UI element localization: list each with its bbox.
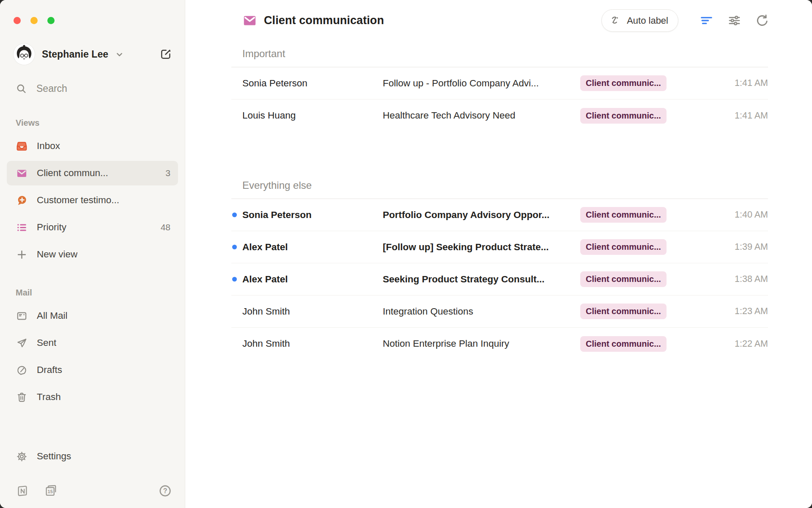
sidebar-item-drafts[interactable]: Drafts: [7, 358, 178, 382]
unread-dot: [232, 277, 237, 282]
envelope-icon: [242, 13, 257, 28]
plus-icon: [16, 249, 27, 260]
sidebar-item-label: Client commun...: [37, 168, 108, 179]
notion-logo-icon[interactable]: [16, 484, 29, 497]
minimize-window-button[interactable]: [30, 17, 38, 24]
label-chip: Client communic...: [580, 239, 667, 255]
mail-section-label: Mail: [7, 288, 178, 298]
unread-dot: [232, 213, 237, 217]
window-controls: [7, 0, 178, 24]
email-row[interactable]: Alex Patel [Follow up] Seeking Product S…: [231, 231, 768, 263]
email-sender: John Smith: [242, 338, 383, 349]
email-time: 1:40 AM: [683, 210, 768, 220]
label-chip: Client communic...: [580, 207, 667, 223]
email-sender: Alex Patel: [242, 242, 383, 253]
search-label: Search: [36, 83, 67, 94]
label-chip: Client communic...: [580, 271, 667, 287]
email-subject: [Follow up] Seeking Product Strate...: [383, 242, 580, 253]
display-settings-sliders-icon[interactable]: [727, 13, 742, 28]
close-window-button[interactable]: [14, 17, 21, 24]
header-actions: Auto label: [601, 9, 770, 32]
sidebar-item-label: Trash: [37, 392, 61, 403]
email-subject: Seeking Product Strategy Consult...: [383, 274, 580, 285]
label-chip: Client communic...: [580, 336, 667, 352]
email-subject: Portfolio Company Advisory Oppor...: [383, 210, 580, 221]
email-sender: Sonia Peterson: [242, 78, 383, 89]
sidebar: Stephanie Lee Search Views: [0, 0, 185, 508]
email-row[interactable]: Louis Huang Healthcare Tech Advisory Nee…: [231, 99, 768, 132]
main-content: Client communication Auto label: [185, 0, 812, 508]
refresh-icon[interactable]: [754, 13, 770, 28]
trash-icon: [16, 392, 27, 403]
auto-label-text: Auto label: [627, 15, 668, 26]
email-row[interactable]: Sonia Peterson Follow up - Portfolio Com…: [231, 67, 768, 99]
svg-text:15: 15: [48, 489, 53, 494]
sidebar-item-label: Priority: [37, 222, 66, 233]
envelope-icon: [16, 168, 27, 179]
zoom-window-button[interactable]: [47, 17, 55, 24]
section-title: Everything else: [242, 173, 768, 191]
label-chip: Client communic...: [580, 304, 667, 319]
email-time: 1:39 AM: [683, 242, 768, 252]
email-subject: Notion Enterprise Plan Inquiry: [383, 338, 580, 349]
sidebar-item-settings[interactable]: Settings: [7, 444, 178, 469]
email-time: 1:41 AM: [683, 78, 768, 88]
sidebar-footer: 15 ?: [7, 471, 178, 500]
email-time: 1:41 AM: [683, 110, 768, 121]
sidebar-item-inbox[interactable]: Inbox: [7, 134, 178, 158]
label-chip: Client communic...: [580, 108, 667, 124]
email-subject: Follow up - Portfolio Company Advi...: [383, 78, 580, 89]
sidebar-item-label: Settings: [37, 451, 71, 462]
sidebar-item-count: 48: [161, 222, 170, 232]
email-time: 1:22 AM: [683, 339, 768, 349]
compose-icon[interactable]: [159, 48, 172, 61]
sidebar-item-label: New view: [37, 249, 77, 260]
sidebar-item-priority[interactable]: Priority 48: [7, 215, 178, 240]
sidebar-item-customer-testimonials[interactable]: Customer testimo...: [7, 188, 178, 213]
main-header: Client communication Auto label: [185, 0, 812, 41]
email-row[interactable]: Alex Patel Seeking Product Strategy Cons…: [231, 263, 768, 295]
section-important: Important Sonia Peterson Follow up - Por…: [231, 41, 768, 132]
search-button[interactable]: Search: [7, 77, 178, 99]
email-subject: Healthcare Tech Advisory Need: [383, 110, 580, 121]
sidebar-item-label: Customer testimo...: [37, 195, 119, 206]
sidebar-item-trash[interactable]: Trash: [7, 385, 178, 409]
auto-label-icon: [610, 15, 621, 26]
page-title: Client communication: [264, 14, 384, 27]
help-icon[interactable]: ?: [158, 484, 172, 498]
search-icon: [16, 83, 27, 94]
sidebar-item-label: All Mail: [37, 310, 68, 321]
views-section-label: Views: [7, 118, 178, 128]
email-time: 1:38 AM: [683, 274, 768, 284]
email-sender: Louis Huang: [242, 110, 383, 121]
sidebar-item-label: Inbox: [37, 141, 60, 152]
inbox-icon: [16, 141, 27, 152]
account-switcher[interactable]: Stephanie Lee: [7, 44, 178, 65]
gear-icon: [16, 451, 27, 462]
calendar-icon[interactable]: 15: [44, 484, 58, 497]
all-mail-icon: [16, 310, 27, 322]
section-everything-else: Everything else Sonia Peterson Portfolio…: [231, 173, 768, 360]
label-chip: Client communic...: [580, 75, 667, 91]
email-list: Important Sonia Peterson Follow up - Por…: [185, 41, 812, 508]
sidebar-item-label: Sent: [37, 337, 56, 348]
email-row[interactable]: John Smith Notion Enterprise Plan Inquir…: [231, 328, 768, 360]
email-time: 1:23 AM: [683, 306, 768, 317]
filter-icon[interactable]: [699, 13, 714, 28]
sent-icon: [16, 337, 27, 349]
svg-text:?: ?: [163, 487, 167, 494]
sidebar-item-client-communication[interactable]: Client commun... 3: [7, 161, 178, 185]
sidebar-item-count: 3: [165, 168, 170, 178]
chevron-down-icon: [114, 49, 125, 60]
section-title: Important: [242, 41, 768, 60]
notion-mail-window: Stephanie Lee Search Views: [0, 0, 812, 508]
sidebar-item-all-mail[interactable]: All Mail: [7, 304, 178, 328]
sidebar-item-sent[interactable]: Sent: [7, 331, 178, 355]
email-subject: Integration Questions: [383, 306, 580, 317]
auto-label-button[interactable]: Auto label: [601, 9, 678, 32]
email-row[interactable]: Sonia Peterson Portfolio Company Advisor…: [231, 199, 768, 231]
sidebar-item-label: Drafts: [37, 364, 62, 375]
sidebar-item-new-view[interactable]: New view: [7, 242, 178, 267]
email-row[interactable]: John Smith Integration Questions Client …: [231, 295, 768, 328]
priority-list-icon: [16, 222, 27, 233]
